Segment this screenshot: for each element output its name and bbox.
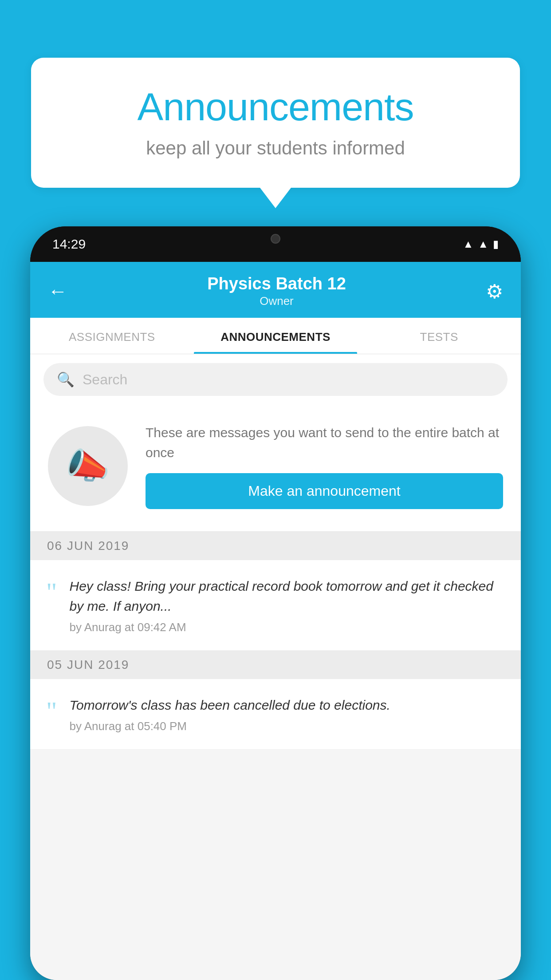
status-icons: ▲ ▲ ▮ [463, 238, 499, 250]
announcement-item-1: " Hey class! Bring your practical record… [30, 560, 521, 651]
battery-icon: ▮ [493, 238, 499, 250]
announcement-icon-circle: 📣 [48, 426, 128, 506]
phone-frame: 14:29 ▲ ▲ ▮ ← Physics Batch 12 Owner ⚙ A… [30, 226, 521, 980]
wifi-icon: ▲ [463, 238, 473, 250]
back-button[interactable]: ← [48, 280, 67, 302]
announcement-description: These are messages you want to send to t… [146, 423, 503, 462]
date-divider-1: 06 JUN 2019 [30, 532, 521, 560]
header-center: Physics Batch 12 Owner [207, 274, 346, 308]
announcement-meta-2: by Anurag at 05:40 PM [70, 719, 504, 733]
settings-icon[interactable]: ⚙ [486, 280, 503, 303]
announcement-prompt: 📣 These are messages you want to send to… [30, 405, 521, 532]
screen-content: 🔍 Search 📣 These are messages you want t… [30, 354, 521, 980]
announcement-prompt-right: These are messages you want to send to t… [146, 423, 503, 509]
search-box[interactable]: 🔍 Search [43, 363, 508, 396]
date-divider-2: 05 JUN 2019 [30, 651, 521, 679]
batch-title: Physics Batch 12 [207, 274, 346, 293]
phone-screen: ← Physics Batch 12 Owner ⚙ ASSIGNMENTS A… [30, 262, 521, 980]
app-header: ← Physics Batch 12 Owner ⚙ [30, 262, 521, 318]
make-announcement-button[interactable]: Make an announcement [146, 473, 503, 509]
announcement-message-1: Hey class! Bring your practical record b… [70, 576, 504, 616]
bubble-subtitle: keep all your students informed [67, 138, 484, 159]
announcement-item-2: " Tomorrow's class has been cancelled du… [30, 679, 521, 750]
announcement-meta-1: by Anurag at 09:42 AM [70, 620, 504, 634]
signal-icon: ▲ [478, 238, 488, 250]
tab-announcements[interactable]: ANNOUNCEMENTS [194, 318, 358, 354]
batch-role: Owner [207, 294, 346, 308]
search-section: 🔍 Search [30, 354, 521, 405]
search-icon: 🔍 [57, 371, 75, 388]
phone-notch [244, 226, 307, 251]
phone-camera [271, 234, 280, 244]
megaphone-icon: 📣 [66, 445, 110, 487]
search-placeholder: Search [83, 371, 127, 388]
announcement-text-1: Hey class! Bring your practical record b… [70, 576, 504, 634]
bubble-title: Announcements [67, 84, 484, 130]
status-bar: 14:29 ▲ ▲ ▮ [30, 226, 521, 262]
announcement-message-2: Tomorrow's class has been cancelled due … [70, 695, 504, 715]
tab-tests[interactable]: TESTS [357, 318, 521, 354]
status-time: 14:29 [52, 237, 86, 252]
tab-assignments[interactable]: ASSIGNMENTS [30, 318, 194, 354]
announcement-text-2: Tomorrow's class has been cancelled due … [70, 695, 504, 733]
quote-icon-2: " [46, 698, 57, 724]
quote-icon-1: " [46, 579, 57, 605]
tabs-bar: ASSIGNMENTS ANNOUNCEMENTS TESTS [30, 318, 521, 354]
speech-bubble-section: Announcements keep all your students inf… [31, 58, 520, 188]
speech-bubble-card: Announcements keep all your students inf… [31, 58, 520, 188]
